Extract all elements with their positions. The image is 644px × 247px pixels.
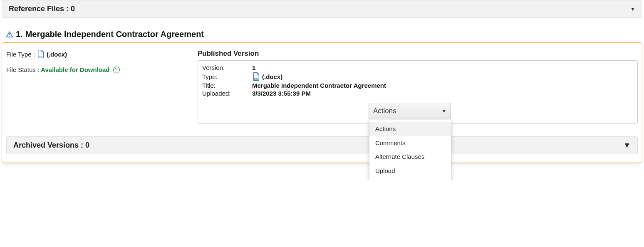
- archived-versions-label: Archived Versions : 0: [13, 141, 89, 150]
- actions-dropdown-menu: ActionsCommentsAlternate ClausesUploadDo…: [369, 120, 451, 180]
- document-title-prefix: 1.: [16, 30, 23, 39]
- document-section-title: 1. Mergable Independent Contractor Agree…: [6, 30, 642, 39]
- published-version-box: Version: 1 Type: DOC (.docx): [198, 60, 638, 124]
- chevron-down-icon: ▼: [442, 109, 446, 114]
- version-value: 1: [252, 64, 255, 71]
- warning-icon: [6, 31, 13, 38]
- docx-file-icon: DOC: [252, 72, 260, 81]
- svg-text:DOC: DOC: [254, 78, 259, 80]
- type-value: DOC (.docx): [252, 72, 282, 81]
- reference-files-panel[interactable]: Reference Files : 0 ▼: [2, 0, 642, 18]
- actions-menu-item-comments[interactable]: Comments: [369, 136, 451, 150]
- svg-text:DOC: DOC: [38, 56, 43, 58]
- file-status-field: File Status : Available for Download ?: [6, 66, 181, 73]
- published-version-section: Published Version Version: 1 Type: DOC: [198, 49, 638, 124]
- docx-file-icon: DOC: [37, 49, 45, 59]
- actions-menu-item-actions: Actions: [369, 122, 451, 136]
- reference-files-label: Reference Files : 0: [9, 5, 75, 13]
- actions-menu-item-alternate-clauses[interactable]: Alternate Clauses: [369, 150, 451, 164]
- title-value: Mergable Independent Contractor Agreemen…: [252, 82, 386, 89]
- document-left-column: File Type : DOC (.docx) File Status : Av…: [6, 49, 181, 81]
- file-status-link[interactable]: Available for Download: [41, 66, 109, 73]
- published-version-heading: Published Version: [198, 49, 638, 58]
- actions-dropdown-label: Actions: [373, 107, 396, 115]
- uploaded-value: 3/3/2023 3:55:39 PM: [252, 90, 311, 97]
- archived-versions-panel[interactable]: Archived Versions : 0 ▼: [6, 136, 638, 154]
- document-card: File Type : DOC (.docx) File Status : Av…: [2, 42, 642, 163]
- actions-menu-item-upload[interactable]: Upload: [369, 164, 451, 178]
- svg-point-1: [9, 35, 10, 36]
- actions-menu-item-download[interactable]: Download: [369, 178, 451, 180]
- help-icon[interactable]: ?: [113, 67, 120, 73]
- file-type-field: File Type : DOC (.docx): [6, 49, 181, 59]
- document-title: Mergable Independent Contractor Agreemen…: [25, 30, 204, 39]
- chevron-down-icon: ▼: [630, 6, 635, 12]
- chevron-down-icon: ▼: [623, 141, 631, 150]
- actions-dropdown-button[interactable]: Actions ▼ ActionsCommentsAlternate Claus…: [369, 103, 451, 119]
